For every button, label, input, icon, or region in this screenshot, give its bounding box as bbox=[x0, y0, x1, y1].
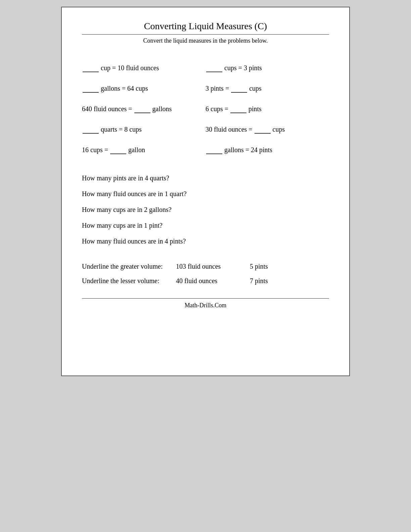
word-problem-5: How many fluid ounces are in 4 pints? bbox=[82, 233, 329, 249]
problem-5-right-text: gallons = 24 pints bbox=[224, 146, 272, 154]
word-problem-2: How many fluid ounces are in 1 quart? bbox=[82, 186, 329, 202]
problem-1-right-text: cups = 3 pints bbox=[224, 64, 262, 72]
problem-4-right-suffix: cups bbox=[273, 126, 285, 133]
problem-2-right: 3 pints = cups bbox=[205, 78, 329, 99]
word-problem-3: How many cups are in 2 gallons? bbox=[82, 202, 329, 218]
problem-1-left: cup = 10 fluid ounces bbox=[82, 58, 205, 78]
comparison-value1-2: 40 fluid ounces bbox=[176, 277, 250, 285]
problem-5-left: 16 cups = gallon bbox=[82, 140, 205, 160]
problem-4-right: 30 fluid ounces = cups bbox=[205, 119, 329, 140]
footer: Math-Drills.Com bbox=[82, 298, 329, 309]
problem-5-left-prefix: 16 cups = bbox=[82, 146, 108, 154]
problem-3-left-suffix: gallons bbox=[152, 105, 172, 113]
comparison-row-2: Underline the lesser volume: 40 fluid ou… bbox=[82, 274, 329, 288]
comparison-value1-1: 103 fluid ounces bbox=[176, 263, 250, 270]
word-problem-1: How many pints are in 4 quarts? bbox=[82, 170, 329, 186]
blank-2r bbox=[231, 84, 247, 93]
comparison-value2-1: 5 pints bbox=[250, 263, 290, 270]
problem-2-right-suffix: cups bbox=[249, 85, 262, 92]
blank-3l bbox=[134, 105, 150, 113]
problem-4-left-text: quarts = 8 cups bbox=[101, 126, 142, 133]
comparison-label-2: Underline the lesser volume: bbox=[82, 277, 176, 285]
blank-1l bbox=[83, 64, 99, 72]
blank-5r bbox=[206, 146, 222, 154]
problem-5-right: gallons = 24 pints bbox=[205, 140, 329, 160]
problem-3-left-prefix: 640 fluid ounces = bbox=[82, 105, 132, 113]
problem-3-right: 6 cups = pints bbox=[205, 99, 329, 119]
problem-3-right-suffix: pints bbox=[248, 105, 262, 113]
word-problem-4: How many cups are in 1 pint? bbox=[82, 218, 329, 233]
problem-1-left-text: cup = 10 fluid ounces bbox=[101, 64, 159, 72]
comparison-section: Underline the greater volume: 103 fluid … bbox=[82, 259, 329, 288]
problem-2-left: gallons = 64 cups bbox=[82, 78, 205, 99]
blank-4l bbox=[83, 125, 99, 134]
page-subtitle: Convert the liquid measures in the probl… bbox=[82, 37, 329, 44]
comparison-value2-2: 7 pints bbox=[250, 277, 290, 285]
problem-1-right: cups = 3 pints bbox=[205, 58, 329, 78]
problem-5-left-suffix: gallon bbox=[128, 146, 145, 154]
problems-grid: cup = 10 fluid ounces cups = 3 pints gal… bbox=[82, 58, 329, 160]
page-title: Converting Liquid Measures (C) bbox=[82, 21, 329, 35]
problem-3-right-prefix: 6 cups = bbox=[205, 105, 228, 113]
comparison-row-1: Underline the greater volume: 103 fluid … bbox=[82, 259, 329, 274]
blank-1r bbox=[206, 64, 222, 72]
blank-2l bbox=[83, 84, 99, 93]
problem-4-left: quarts = 8 cups bbox=[82, 119, 205, 140]
problem-2-right-prefix: 3 pints = bbox=[205, 85, 229, 92]
comparison-label-1: Underline the greater volume: bbox=[82, 263, 176, 270]
problem-3-left: 640 fluid ounces = gallons bbox=[82, 99, 205, 119]
problem-2-left-text: gallons = 64 cups bbox=[101, 85, 148, 92]
problem-4-right-prefix: 30 fluid ounces = bbox=[205, 126, 253, 133]
worksheet-page: Converting Liquid Measures (C) Convert t… bbox=[61, 7, 350, 376]
blank-4r bbox=[255, 125, 271, 134]
blank-5l bbox=[110, 146, 126, 154]
blank-3r bbox=[230, 105, 246, 113]
word-problems-section: How many pints are in 4 quarts? How many… bbox=[82, 170, 329, 249]
